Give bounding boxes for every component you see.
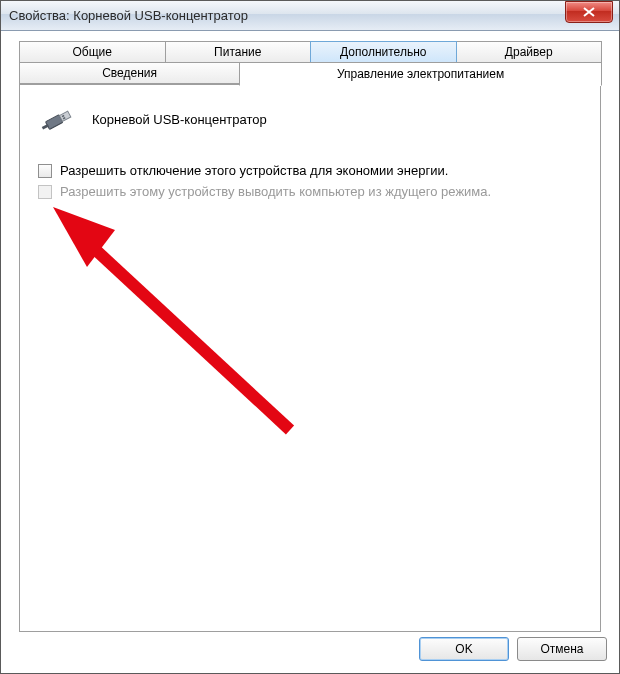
usb-plug-icon: [40, 105, 78, 133]
close-button[interactable]: [565, 1, 613, 23]
option-allow-wake: Разрешить этому устройству выводить комп…: [38, 184, 582, 199]
window-title: Свойства: Корневой USB-концентратор: [9, 8, 565, 23]
tabstrip: Общие Питание Дополнительно Драйвер Свед…: [19, 41, 601, 84]
option-allow-power-off-label: Разрешить отключение этого устройства дл…: [60, 163, 448, 178]
option-allow-wake-label: Разрешить этому устройству выводить комп…: [60, 184, 491, 199]
tab-power[interactable]: Питание: [165, 41, 312, 63]
svg-rect-4: [42, 124, 49, 130]
device-header: Корневой USB-концентратор: [40, 105, 584, 133]
tab-general[interactable]: Общие: [19, 41, 166, 63]
tab-driver[interactable]: Драйвер: [456, 41, 603, 63]
tab-content: Корневой USB-концентратор Разрешить откл…: [19, 84, 601, 632]
checkbox-allow-wake: [38, 185, 52, 199]
device-name: Корневой USB-концентратор: [92, 112, 267, 127]
checkbox-allow-power-off[interactable]: [38, 164, 52, 178]
client-area: Общие Питание Дополнительно Драйвер Свед…: [1, 31, 619, 673]
option-allow-power-off[interactable]: Разрешить отключение этого устройства дл…: [38, 163, 582, 178]
cancel-button[interactable]: Отмена: [517, 637, 607, 661]
dialog-buttons: OK Отмена: [419, 637, 607, 661]
properties-dialog: Свойства: Корневой USB-концентратор Общи…: [0, 0, 620, 674]
tab-power-management[interactable]: Управление электропитанием: [239, 62, 602, 86]
tab-details[interactable]: Сведения: [19, 62, 240, 84]
tab-advanced[interactable]: Дополнительно: [310, 41, 457, 63]
titlebar[interactable]: Свойства: Корневой USB-концентратор: [1, 1, 619, 31]
close-icon: [583, 7, 595, 17]
ok-button[interactable]: OK: [419, 637, 509, 661]
